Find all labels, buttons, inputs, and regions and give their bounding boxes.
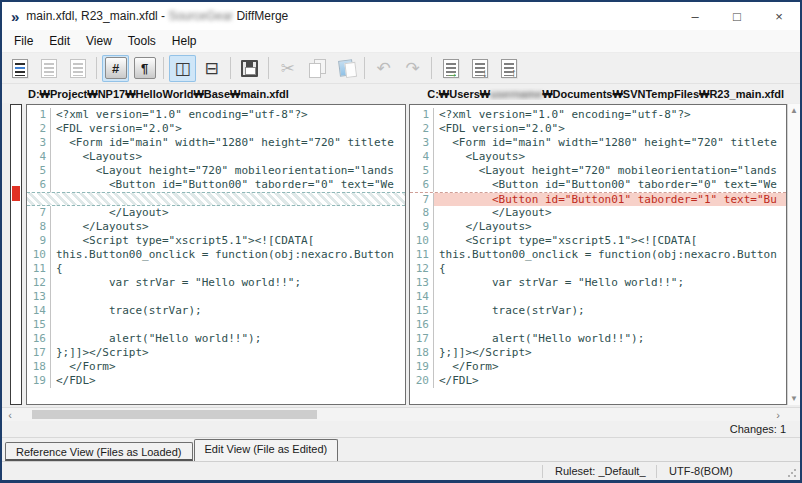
code-line: 14 trace(strVar); (27, 304, 405, 318)
split-vertical-icon: ◫ (174, 60, 190, 77)
menu-help[interactable]: Help (164, 31, 205, 51)
line-number: 14 (410, 290, 434, 304)
code-text (434, 290, 786, 304)
line-number: 4 (410, 150, 434, 164)
code-text: <?xml version="1.0" encoding="utf-8"?> (434, 108, 786, 122)
code-line: 9 <Script type="xscript5.1"><![CDATA[ (27, 234, 405, 248)
code-text: alert("Hello world!!"); (434, 332, 786, 346)
code-line: 18};]]></Script> (410, 346, 786, 360)
redo-icon: ↷ (405, 60, 419, 77)
file-diff-button[interactable] (6, 55, 33, 82)
line-number: 7 (410, 193, 434, 206)
next-change-button[interactable]: ↓ (466, 55, 493, 82)
resize-grip-icon[interactable] (787, 468, 797, 478)
show-invisibles-button[interactable]: ¶ (131, 55, 158, 82)
scroll-down-icon[interactable]: ▼ (790, 392, 798, 405)
line-number: 4 (27, 150, 51, 164)
change-overview-ruler[interactable] (10, 104, 22, 405)
right-file-path: C:₩Users₩username₩Documents₩SVNTempFiles… (402, 88, 800, 100)
code-line: 8 </Layout> (410, 206, 786, 220)
code-line: 1<?xml version="1.0" encoding="utf-8"?> (27, 108, 405, 122)
code-text: trace(strVar); (51, 304, 405, 318)
copy-button[interactable] (303, 55, 330, 82)
view-tab-bar: Reference View (Files as Loaded)Edit Vie… (2, 438, 800, 461)
prev-change-button[interactable]: ↑ (495, 55, 522, 82)
code-text: <Layouts> (51, 150, 405, 164)
code-text: </Layout> (434, 206, 786, 220)
paste-icon (338, 59, 354, 77)
status-bar: Ruleset: _Default_ UTF-8(BOM) (2, 461, 800, 480)
menu-view[interactable]: View (78, 31, 120, 51)
undo-icon: ↶ (376, 60, 390, 77)
tab-edit-view[interactable]: Edit View (File as Edited) (194, 439, 339, 461)
diff-pane-left[interactable]: 1<?xml version="1.0" encoding="utf-8"?>2… (26, 104, 406, 405)
toolbar-separator (431, 57, 432, 79)
line-number: 12 (410, 262, 434, 276)
code-text: { (434, 262, 786, 276)
split-vertical-button[interactable]: ◫ (169, 55, 196, 82)
code-text: <Form id="main" width="1280" height="720… (51, 136, 405, 150)
code-text: trace(strVar); (434, 304, 786, 318)
diff-gap-row (27, 192, 405, 206)
scroll-up-icon[interactable]: ▲ (790, 104, 798, 117)
split-horizontal-button[interactable]: ⊟ (198, 55, 225, 82)
code-text: <Button id="Button00" taborder="0" text=… (434, 178, 786, 192)
code-text: };]]></Script> (434, 346, 786, 360)
toolbar-separator (163, 57, 164, 79)
menu-edit[interactable]: Edit (41, 31, 78, 51)
toolbar-separator (268, 57, 269, 79)
diff-pane-right[interactable]: 1<?xml version="1.0" encoding="utf-8"?>2… (409, 104, 787, 405)
code-text: <Form id="main" width="1280" height="720… (434, 136, 786, 150)
menu-tools[interactable]: Tools (120, 31, 164, 51)
minimize-button[interactable]: – (674, 2, 716, 30)
code-line: 4 <Layouts> (410, 150, 786, 164)
prev-change-icon: ↑ (501, 59, 517, 78)
save-icon (241, 60, 258, 77)
line-number: 16 (27, 332, 51, 346)
cut-icon: ✂ (280, 60, 294, 77)
code-text: </Layouts> (51, 220, 405, 234)
paste-button[interactable] (332, 55, 359, 82)
apply-change-button[interactable]: → (437, 55, 464, 82)
scrollbar-thumb[interactable] (32, 410, 317, 419)
code-line: 6 <Button id="Button00" taborder="0" tex… (410, 178, 786, 192)
code-text: alert("Hello world!!"); (51, 332, 405, 346)
maximize-button[interactable]: □ (716, 2, 758, 30)
scroll-right-icon[interactable]: › (770, 409, 786, 421)
redacted-username: username (490, 88, 542, 100)
code-line: 13 (27, 290, 405, 304)
folder-diff-button[interactable] (35, 55, 62, 82)
cut-button[interactable]: ✂ (274, 55, 301, 82)
line-number: 7 (27, 206, 51, 220)
toolbar: #¶◫⊟✂↶↷→↓↑ (2, 53, 800, 84)
next-change-arrow-icon: ↓ (482, 67, 488, 79)
code-text: this.Button00_onclick = function(obj:nex… (434, 248, 786, 262)
save-button[interactable] (236, 55, 263, 82)
file-path-row: D:₩Project₩NP17₩HelloWorld₩Base₩main.xfd… (2, 84, 800, 103)
horizontal-scrollbar[interactable]: ‹ › (2, 407, 800, 421)
title-bar: » main.xfdl, R23_main.xfdl - SourceGear … (2, 2, 800, 30)
file-merge-button[interactable] (64, 55, 91, 82)
code-line: 15 trace(strVar); (410, 304, 786, 318)
apply-change-arrow-icon: → (447, 67, 459, 79)
prev-change-arrow-icon: ↑ (511, 67, 517, 79)
vertical-scrollbar[interactable]: ▲ ▼ (787, 104, 800, 405)
line-number: 9 (410, 220, 434, 234)
scroll-left-icon[interactable]: ‹ (2, 409, 18, 421)
undo-button[interactable]: ↶ (370, 55, 397, 82)
code-line: 14 (410, 290, 786, 304)
line-numbers-button[interactable]: # (102, 55, 129, 82)
menu-file[interactable]: File (6, 31, 41, 51)
code-text: </FDL> (434, 374, 786, 388)
line-number: 18 (27, 360, 51, 374)
code-line: 15 (27, 318, 405, 332)
redo-button[interactable]: ↷ (399, 55, 426, 82)
tab-reference-view[interactable]: Reference View (Files as Loaded) (5, 442, 193, 461)
code-line: 4 <Layouts> (27, 150, 405, 164)
code-text: <FDL version="2.0"> (434, 122, 786, 136)
line-number: 11 (410, 248, 434, 262)
code-text: </Form> (51, 360, 405, 374)
split-horizontal-icon: ⊟ (204, 60, 218, 77)
close-button[interactable]: × (758, 2, 800, 30)
line-number: 13 (27, 290, 51, 304)
